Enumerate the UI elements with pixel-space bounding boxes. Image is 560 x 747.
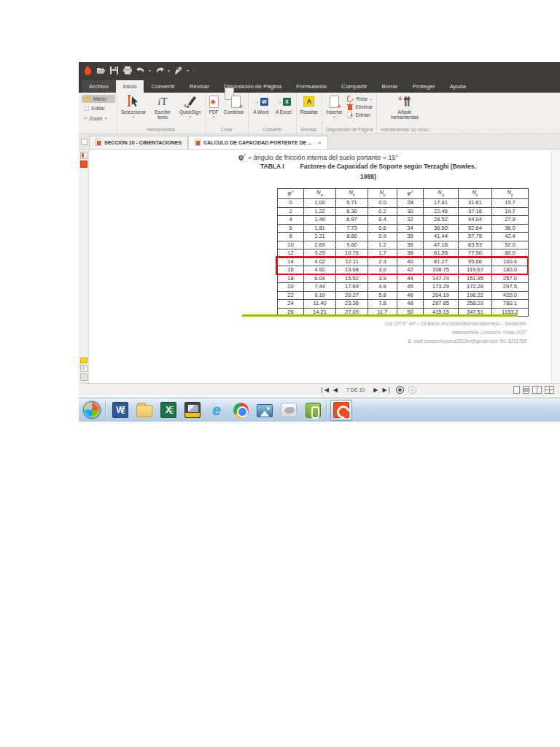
taskbar-divider	[327, 400, 327, 419]
document-tab[interactable]: CALCULO DE CAPACIDAD PORTENTE DE ...×	[188, 136, 328, 149]
document-tab[interactable]: SECCIÓN 10 - CIMENTACIONES	[89, 136, 188, 149]
facing-pages-view-icon[interactable]	[532, 386, 542, 394]
table-cell: 57.75	[459, 233, 492, 241]
table-cell: 147.74	[424, 274, 459, 283]
print-icon[interactable]	[122, 66, 132, 75]
taskbar-excel-button[interactable]: X	[158, 400, 179, 421]
pdf-file-icon	[195, 139, 201, 146]
bookmarks-panel-icon[interactable]	[80, 152, 88, 159]
attachments-panel-icon[interactable]: 0	[80, 365, 88, 372]
menu-tab-inicio[interactable]: Inicio	[116, 80, 144, 93]
nitro-pro-window: ▾ ▾ ▾ ᎒ CALCULO DE CAPACIDAD PORTENTE DE…	[79, 62, 560, 396]
insertar-button[interactable]: + Insertar ▾	[326, 94, 342, 118]
menu-tab-formularios[interactable]: Formularios	[289, 80, 334, 93]
table-cell: 6.97	[336, 216, 368, 225]
ribbon-group-herramientas: Seleccionar ▾ iT Escribir texto x QuickS…	[117, 93, 205, 133]
excel-icon: X	[283, 98, 291, 106]
rotar-button[interactable]: Rotar ▾	[347, 96, 372, 102]
continuous-view-icon[interactable]	[523, 386, 529, 394]
table-header-cell: φ°	[397, 189, 424, 199]
table-cell: 28	[397, 199, 424, 208]
save-icon[interactable]	[109, 66, 119, 75]
seleccionar-button[interactable]: Seleccionar ▾	[121, 94, 146, 118]
redo-caret-icon[interactable]: ▾	[168, 68, 170, 73]
sign-tool-icon[interactable]	[174, 66, 183, 75]
start-button[interactable]	[81, 400, 103, 421]
menu-tab-revisar[interactable]: Revisar	[182, 80, 217, 93]
tools-icon: +	[398, 94, 411, 109]
undo-icon[interactable]	[136, 66, 145, 75]
menu-tab-convertir[interactable]: Convertir	[144, 80, 182, 93]
pdf-button[interactable]: ✱ PDF ▾	[209, 94, 219, 118]
table-cell: 38	[397, 249, 424, 258]
escribir-texto-button[interactable]: iT Escribir texto	[151, 94, 174, 120]
output-panel-icon[interactable]	[80, 374, 88, 381]
table-cell: 8.60	[336, 233, 368, 241]
previous-page-button[interactable]: ◀	[333, 387, 338, 394]
hand-tool-button[interactable]: ✋ Mano	[82, 95, 115, 103]
table-cell: 5.8	[368, 291, 397, 300]
table-cell: 172.29	[459, 283, 492, 292]
taskbar-explorer-button[interactable]	[133, 400, 155, 421]
table-cell: 52.64	[459, 224, 492, 233]
ribbon-left-tools: ✋ Mano ⬚ Editar ⌕ Zoom ▾	[79, 93, 117, 133]
table-cell: 41.44	[424, 233, 459, 241]
pen-icon: x	[184, 94, 197, 109]
extraer-button[interactable]: Extraer	[347, 112, 372, 118]
table-cell: 34	[397, 224, 424, 233]
zoom-in-button[interactable]	[408, 386, 416, 394]
notes-panel-icon[interactable]	[80, 357, 88, 363]
edit-icon: ⬚	[84, 105, 90, 112]
table-cell: 6	[278, 224, 304, 233]
extract-page-icon	[347, 112, 353, 118]
edit-tool-button[interactable]: ⬚ Editar	[82, 104, 115, 112]
footer-line: Cra 22ª N° 44ª – 19 Barrio Inscredial/Ba…	[384, 320, 526, 328]
table-cell: 6.30	[336, 207, 368, 216]
document-page: φ´ = ángulo de fricción interna del suel…	[89, 150, 560, 383]
table-cell: 0	[278, 199, 304, 208]
a-word-button[interactable]: → W A Word	[252, 94, 270, 115]
taskbar-internet-explorer-button[interactable]: e	[206, 400, 228, 421]
resaltar-button[interactable]: A Resaltar	[300, 94, 318, 115]
title-bar: ▾ ▾ ▾ ᎒	[79, 62, 560, 79]
toolbar-more-icon[interactable]: ᎒	[192, 69, 195, 73]
next-page-button[interactable]: ▶	[373, 387, 378, 394]
taskbar-photo-viewer-button[interactable]	[254, 400, 276, 421]
table-cell: 63.53	[459, 241, 492, 249]
anadir-herramientas-button[interactable]: + Añadir herramientas	[388, 94, 421, 120]
type-text-icon: iT	[158, 94, 167, 109]
a-excel-button[interactable]: → X A Excel	[275, 94, 292, 115]
quicksign-button[interactable]: x QuickSign ▾	[179, 94, 201, 118]
taskbar-green-app-button[interactable]	[302, 400, 324, 421]
menu-tab-archivo[interactable]: Archivo	[82, 80, 116, 93]
table-row: 123.2910.761.73861.5577.5080.0	[278, 249, 529, 258]
taskbar-nitro-pro-button[interactable]	[330, 400, 352, 421]
menu-tab-borrar[interactable]: Borrar	[374, 80, 405, 93]
taskbar-chrome-button[interactable]	[230, 400, 252, 421]
last-page-button[interactable]: ▶❘	[382, 387, 392, 394]
toolbar-options-caret-icon[interactable]: ▾	[187, 68, 189, 73]
taskbar-autocad-button[interactable]	[182, 400, 203, 421]
undo-caret-icon[interactable]: ▾	[149, 68, 151, 73]
taskbar-gray-app-button[interactable]	[278, 400, 300, 421]
open-file-icon[interactable]	[96, 66, 106, 75]
menu-bar: ArchivoInicioConvertirRevisarDisposición…	[79, 79, 560, 93]
first-page-button[interactable]: ❘◀	[319, 387, 329, 394]
menu-tab-compartir[interactable]: Compartir	[334, 80, 374, 93]
grid-view-icon[interactable]	[545, 386, 554, 394]
combinar-button[interactable]: + Combinar	[224, 94, 244, 115]
zoom-tool-button[interactable]: ⌕ Zoom ▾	[82, 114, 115, 123]
table-cell: 27.9	[492, 216, 529, 225]
close-tab-icon[interactable]: ×	[318, 139, 322, 146]
menu-tab-proteger[interactable]: Proteger	[405, 80, 443, 93]
comments-panel-icon[interactable]	[80, 160, 88, 168]
panel-toggle-icon[interactable]	[81, 139, 88, 145]
eliminar-button[interactable]: Eliminar	[347, 104, 372, 110]
menu-tab-ayuda[interactable]: Ayuda	[442, 80, 473, 93]
pdf-file-icon	[96, 139, 101, 146]
taskbar-word-button[interactable]: W	[109, 400, 131, 421]
single-page-view-icon[interactable]	[513, 386, 520, 394]
vertical-scrollbar[interactable]	[551, 150, 560, 383]
redo-icon[interactable]	[155, 66, 164, 75]
zoom-out-button[interactable]	[396, 386, 404, 394]
